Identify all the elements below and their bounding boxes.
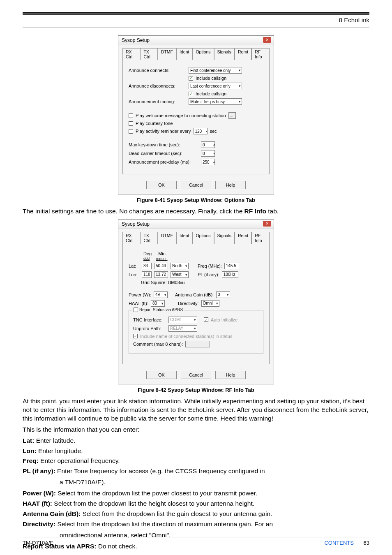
- tab-options[interactable]: Options: [192, 48, 214, 60]
- power-label: Power (W):: [129, 292, 151, 297]
- gain-label: Antenna Gain (dB):: [175, 292, 214, 297]
- play-welcome-label: Play welcome message to connecting stati…: [136, 113, 226, 118]
- sysop-setup-options-dialog: Sysop Setup ✕ RX Ctrl TX Ctrl DTMF Ident…: [118, 35, 274, 194]
- footer-model: TM-D710A/E: [23, 540, 53, 546]
- comment-input[interactable]: [185, 341, 210, 347]
- dead-carrier-input[interactable]: 0: [201, 150, 215, 157]
- def-gain: Antenna Gain (dB): Select from the dropd…: [23, 510, 369, 518]
- grid-square: Grid Square: DM03vu: [141, 280, 184, 285]
- def-lon-text: Enter longitude.: [37, 447, 83, 454]
- def-directivity: Directivity: Select from the dropdown li…: [23, 520, 369, 529]
- help-button[interactable]: Help: [215, 181, 246, 189]
- play-courtesy-checkbox[interactable]: [129, 121, 133, 126]
- haat-label: HAAT (ft):: [129, 301, 148, 306]
- dialog-title: Sysop Setup ✕: [118, 36, 274, 45]
- def-lon-label: Lon:: [23, 447, 37, 454]
- page-footer: TM-D710A/E CONTENTS 63: [23, 537, 369, 546]
- def-freq: Freq: Enter operational frequency.: [23, 457, 369, 465]
- tab-remt[interactable]: Remt: [235, 48, 251, 60]
- include-callsign-1-label: Include callsign: [196, 76, 226, 81]
- tab-rxctrl[interactable]: RX Ctrl: [122, 48, 140, 60]
- announce-disconnects-dropdown[interactable]: Last conferencee only: [189, 83, 242, 89]
- tab-strip-2: RX Ctrl TX Ctrl DTMF Ident Options Signa…: [118, 229, 274, 244]
- tab-txctrl[interactable]: TX Ctrl: [140, 48, 157, 60]
- pl-input[interactable]: 100Hz: [222, 271, 238, 278]
- tab-strip: RX Ctrl TX Ctrl DTMF Ident Options Signa…: [118, 45, 274, 60]
- ok-button[interactable]: OK: [146, 181, 177, 189]
- dead-carrier-label: Dead-carrier timeout (sec):: [129, 151, 198, 156]
- close-icon[interactable]: ✕: [263, 221, 271, 227]
- def-power: Power (W): Select from the dropdown list…: [23, 489, 369, 498]
- aprs-group: Report Status via APRS TNC Interface: CO…: [129, 310, 263, 354]
- announce-predelay-input[interactable]: 250: [201, 159, 215, 165]
- rfinfo-panel: Deg Min ddd mm.nn Lat: 33 50.43 North Fr…: [122, 244, 270, 364]
- play-welcome-browse[interactable]: ...: [228, 112, 236, 119]
- lat-label: Lat:: [129, 264, 139, 268]
- cancel-button[interactable]: Cancel: [181, 181, 211, 189]
- freq-input[interactable]: 145.5: [224, 263, 239, 269]
- max-keydown-input[interactable]: 0: [201, 141, 215, 148]
- lon-min-input[interactable]: 13.72: [154, 271, 168, 278]
- deg-header: Deg: [143, 251, 152, 256]
- tab-ident[interactable]: Ident: [176, 48, 192, 60]
- tab-txctrl[interactable]: TX Ctrl: [140, 232, 157, 244]
- tab-options[interactable]: Options: [192, 232, 214, 244]
- dialog-buttons: OK Cancel Help: [118, 178, 274, 194]
- include-callsign-2-label: Include callsign: [196, 91, 226, 96]
- announce-predelay-label: Announcement pre-delay (ms):: [129, 160, 198, 164]
- close-icon[interactable]: ✕: [263, 37, 271, 43]
- min-header: Min: [158, 251, 166, 256]
- play-courtesy-label: Play courtesy tone: [136, 121, 173, 126]
- comment-label: Comment (max 8 chars):: [133, 342, 183, 347]
- figure-caption-2: Figure 8-42 Sysop Setup Window: RF Info …: [23, 387, 369, 393]
- tab-ident[interactable]: Ident: [176, 232, 192, 244]
- lat-dir-dropdown[interactable]: North: [171, 263, 189, 269]
- announcement-muting-dropdown[interactable]: Mute if freq is busy: [189, 98, 242, 105]
- sec-label: sec: [210, 129, 217, 134]
- include-callsign-2-checkbox[interactable]: ✓: [189, 92, 193, 96]
- gain-dropdown[interactable]: 3: [216, 291, 230, 298]
- lon-deg-input[interactable]: 118: [142, 271, 152, 278]
- lat-min-input[interactable]: 50.43: [154, 263, 168, 269]
- ok-button[interactable]: OK: [146, 371, 177, 379]
- tab-signals[interactable]: Signals: [214, 232, 235, 244]
- tab-rfinfo[interactable]: RF Info: [251, 48, 270, 60]
- auto-init-checkbox[interactable]: ✓: [204, 317, 208, 322]
- para-3: This is the information that you can ent…: [23, 426, 369, 434]
- lat-deg-input[interactable]: 33: [142, 263, 152, 269]
- tab-rxctrl[interactable]: RX Ctrl: [122, 232, 140, 244]
- max-keydown-label: Max key-down time (sec):: [129, 142, 198, 147]
- para-1c: tab.: [266, 208, 279, 215]
- tnc-dropdown[interactable]: COM1: [168, 317, 197, 323]
- announce-connects-dropdown[interactable]: First conferencee only: [189, 67, 242, 74]
- sysop-setup-rfinfo-dialog: Sysop Setup ✕ RX Ctrl TX Ctrl DTMF Ident…: [118, 219, 274, 384]
- report-status-checkbox[interactable]: [134, 308, 138, 312]
- freq-label: Freq (MHz):: [198, 264, 222, 268]
- tab-remt[interactable]: Remt: [235, 232, 251, 244]
- def-pl: PL (if any): Enter Tone frequency for ac…: [23, 467, 369, 476]
- def-pl-line2: a TM-D710A/E).: [23, 478, 369, 487]
- play-activity-seconds[interactable]: 120: [194, 128, 208, 134]
- include-callsign-1-checkbox[interactable]: ✓: [189, 76, 193, 81]
- def-pw-text: Select from the dropdown list the power …: [56, 490, 257, 497]
- tab-dtmf[interactable]: DTMF: [158, 232, 176, 244]
- unproto-dropdown[interactable]: RELAY: [168, 325, 197, 332]
- lon-dir-dropdown[interactable]: West: [171, 271, 189, 278]
- help-button[interactable]: Help: [215, 371, 246, 379]
- haat-dropdown[interactable]: 80: [151, 300, 165, 307]
- power-dropdown[interactable]: 49: [154, 291, 168, 298]
- directivity-dropdown[interactable]: Omni: [201, 300, 219, 307]
- tab-dtmf[interactable]: DTMF: [158, 48, 176, 60]
- play-welcome-checkbox[interactable]: [129, 113, 133, 118]
- def-gain-text: Select from the dropdown list the gain c…: [81, 510, 272, 517]
- cancel-button[interactable]: Cancel: [181, 371, 211, 379]
- def-gain-label: Antenna Gain (dB):: [23, 510, 81, 517]
- include-name-label: Include name of connected station(s) in …: [140, 334, 232, 339]
- tab-signals[interactable]: Signals: [214, 48, 235, 60]
- include-name-checkbox[interactable]: ✓: [133, 334, 138, 338]
- play-activity-checkbox[interactable]: [129, 129, 133, 134]
- tnc-label: TNC Interface:: [133, 317, 166, 322]
- contents-link[interactable]: CONTENTS: [324, 540, 354, 546]
- unproto-label: Unproto Path:: [133, 326, 166, 331]
- tab-rfinfo[interactable]: RF Info: [251, 232, 270, 244]
